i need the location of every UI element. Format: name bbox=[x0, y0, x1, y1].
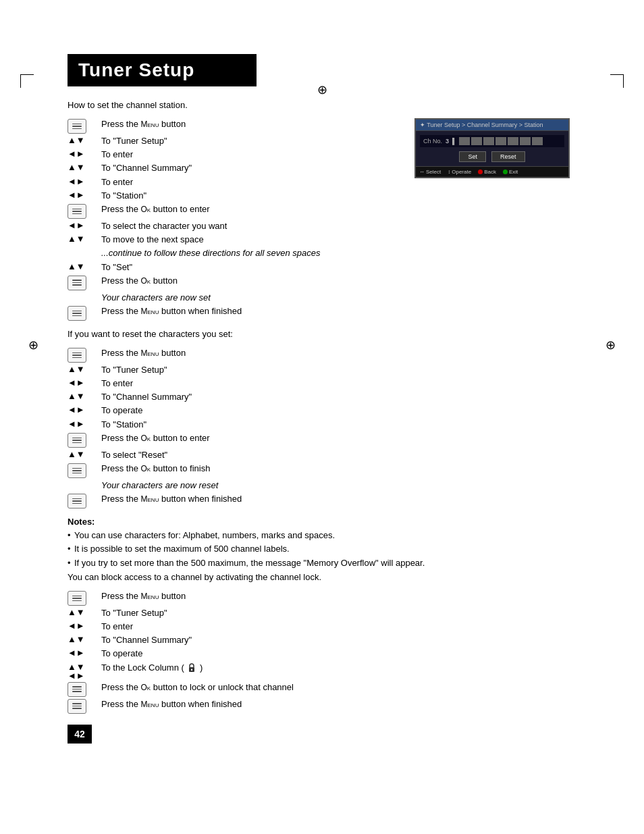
intro-text: How to set the channel station. bbox=[68, 100, 576, 110]
arrow-left-right-icon: ◄► bbox=[68, 621, 85, 630]
instruction-text: To enter bbox=[101, 377, 576, 390]
tv-content: Ch No. 3 ▌ bbox=[416, 131, 568, 166]
arrow-lr-icon-cell: ◄► bbox=[68, 405, 101, 414]
instruction-row: ◄► To enter bbox=[68, 176, 401, 188]
arrow-ud-icon-cell: ▲▼ bbox=[68, 607, 101, 617]
instruction-text: To "Channel Summary" bbox=[101, 162, 401, 174]
crop-mark-tr bbox=[610, 74, 624, 88]
menu-button-icon bbox=[68, 494, 86, 509]
instruction-text: To "Tuner Setup" bbox=[101, 364, 576, 376]
crop-mark-tl bbox=[20, 74, 34, 88]
arrow-lr-icon-cell: ◄► bbox=[68, 648, 101, 657]
tv-block bbox=[508, 137, 518, 145]
instruction-row: Press the Menu button bbox=[68, 118, 401, 134]
instruction-text: To enter bbox=[101, 149, 401, 161]
notes-item: If you try to set more than the 500 maxi… bbox=[68, 557, 576, 569]
notes-item: It is possible to set the maximum of 500… bbox=[68, 543, 576, 555]
menu-icon-cell bbox=[68, 698, 101, 714]
arrow-left-right-icon: ◄► bbox=[68, 648, 85, 657]
section2-instructions: Press the Menu button ▲▼ To "Tuner Setup… bbox=[68, 347, 576, 509]
empty-icon-cell bbox=[68, 479, 101, 480]
tv-exit-dot-icon bbox=[503, 170, 508, 174]
instruction-text: Your characters are now reset bbox=[101, 479, 576, 492]
svg-rect-1 bbox=[191, 669, 192, 671]
tv-footer-exit: Exit bbox=[503, 169, 518, 175]
instruction-text: ...continue to follow these directions f… bbox=[101, 247, 401, 259]
tv-buttons-row: Set Reset bbox=[420, 151, 564, 162]
instruction-text: Press the Ok button to enter bbox=[101, 432, 576, 444]
arrow-lr-icon-cell: ◄► bbox=[68, 377, 101, 387]
lock-column-text: To the Lock Column ( ) bbox=[101, 662, 576, 674]
instruction-text: To "Tuner Setup" bbox=[101, 135, 401, 147]
instruction-row: ▲▼ To "Channel Summary" bbox=[68, 634, 576, 646]
arrow-up-down-icon: ▲▼ bbox=[68, 234, 85, 243]
notes-list: You can use characters for: Alphabet, nu… bbox=[68, 529, 576, 569]
right-registration-mark: ⊕ bbox=[606, 338, 616, 353]
instruction-row: Your characters are now set bbox=[68, 292, 401, 304]
notes-title: Notes: bbox=[68, 517, 576, 527]
tv-footer-operate: ↕ Operate bbox=[448, 169, 471, 175]
instruction-row: Press the Ok button to enter bbox=[68, 432, 576, 448]
ok-icon-cell bbox=[68, 203, 101, 219]
menu-button-icon bbox=[68, 306, 86, 321]
instruction-row: ◄► To select the character you want bbox=[68, 220, 401, 232]
instruction-row: ▲▼ To "Channel Summary" bbox=[68, 391, 576, 403]
instruction-text: Press the Menu button when finished bbox=[101, 493, 576, 505]
instruction-row: Press the Menu button bbox=[68, 347, 576, 363]
instruction-row: Press the Ok button bbox=[68, 275, 401, 290]
instruction-text: To operate bbox=[101, 405, 576, 417]
arrow-lr-icon-cell: ◄► bbox=[68, 149, 101, 158]
instruction-row: ◄► To enter bbox=[68, 377, 576, 390]
tv-footer-select: ↔ Select bbox=[419, 169, 441, 175]
arrow-lr-icon-cell: ◄► bbox=[68, 190, 101, 199]
tv-block bbox=[471, 137, 482, 145]
notes-extra: You can block access to a channel by act… bbox=[68, 572, 576, 582]
arrow-ud-icon-cell: ▲▼ bbox=[68, 449, 101, 459]
arrow-up-down-icon: ▲▼ bbox=[68, 136, 85, 145]
menu-icon-cell bbox=[68, 590, 101, 606]
instruction-text: To "Channel Summary" bbox=[101, 391, 576, 403]
instruction-row: Press the Ok button to lock or unlock th… bbox=[68, 681, 576, 697]
tv-operate-label: Operate bbox=[452, 169, 471, 175]
ok-icon-cell bbox=[68, 275, 101, 290]
tv-reset-button: Reset bbox=[491, 151, 525, 162]
instruction-row: ▲▼ To "Tuner Setup" bbox=[68, 135, 401, 147]
instruction-text: Press the Ok button to enter bbox=[101, 203, 401, 215]
arrow-up-down-icon: ▲▼ bbox=[68, 262, 85, 271]
instruction-row: Press the Menu button when finished bbox=[68, 305, 401, 321]
tv-block bbox=[520, 137, 531, 145]
section2-intro: If you want to reset the characters you … bbox=[68, 329, 576, 339]
tv-back-label: Back bbox=[484, 169, 496, 175]
instruction-row: Press the Menu button when finished bbox=[68, 493, 576, 509]
menu-icon-cell bbox=[68, 493, 101, 509]
arrow-ud-icon-cell: ▲▼ bbox=[68, 162, 101, 172]
arrow-left-right-icon: ◄► bbox=[68, 190, 85, 199]
content-area: Tuner Setup How to set the channel stati… bbox=[68, 54, 576, 744]
tv-ch-label: Ch No. bbox=[423, 138, 442, 145]
arrow-lr-icon-cell: ◄► bbox=[68, 621, 101, 630]
instruction-row: Press the Menu button bbox=[68, 590, 576, 606]
instruction-row: ▲▼ To "Channel Summary" bbox=[68, 162, 401, 174]
ok-button-icon bbox=[68, 204, 86, 219]
instruction-row: ◄► To operate bbox=[68, 648, 576, 660]
menu-button-icon bbox=[68, 591, 86, 606]
menu-button-icon bbox=[68, 699, 86, 714]
instruction-text: To enter bbox=[101, 621, 576, 633]
instruction-row: ◄► To "Station" bbox=[68, 190, 401, 202]
arrow-up-down-icon: ▲▼ bbox=[68, 365, 85, 373]
menu-icon-cell bbox=[68, 305, 101, 321]
instruction-text: Your characters are now set bbox=[101, 292, 401, 304]
instruction-text: To "Station" bbox=[101, 419, 576, 431]
lock-column-row: ▲▼ ◄► To the Lock Column ( ) bbox=[68, 662, 576, 680]
instruction-row: ◄► To enter bbox=[68, 621, 576, 633]
arrow-all-directions-icon: ▲▼ ◄► bbox=[68, 662, 101, 680]
arrow-up-down-icon: ▲▼ bbox=[68, 635, 85, 644]
ok-icon-cell bbox=[68, 432, 101, 448]
menu-icon-cell bbox=[68, 347, 101, 363]
section1-layout: Press the Menu button ▲▼ To "Tuner Setup… bbox=[68, 118, 576, 322]
instruction-text: Press the Ok button bbox=[101, 275, 401, 287]
tv-footer: ↔ Select ↕ Operate Back bbox=[416, 166, 568, 177]
arrow-ud-icon-cell: ▲▼ bbox=[68, 234, 101, 243]
menu-button-icon bbox=[68, 348, 86, 363]
tv-set-button: Set bbox=[459, 151, 486, 162]
